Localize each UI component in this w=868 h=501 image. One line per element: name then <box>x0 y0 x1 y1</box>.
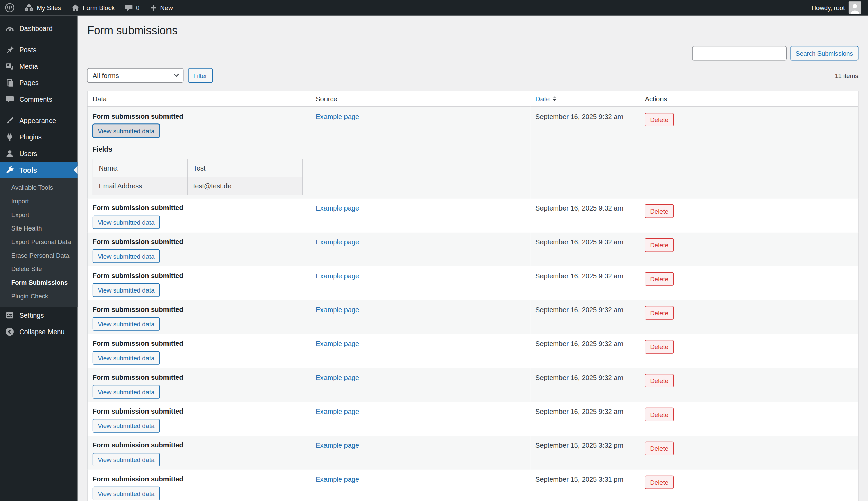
table-row: Form submission submittedView submitted … <box>87 107 858 199</box>
date-cell: September 15, 2025 3:31 pm <box>531 470 640 501</box>
menu-separator <box>0 37 78 42</box>
view-submitted-data-button[interactable]: View submitted data <box>93 284 160 297</box>
tools-submenu-item-delete-site[interactable]: Delete Site <box>0 262 78 276</box>
sidebar-item-media[interactable]: Media <box>0 58 78 75</box>
source-page-link[interactable]: Example page <box>316 476 359 483</box>
actions-cell: Delete <box>640 470 858 501</box>
delete-button[interactable]: Delete <box>645 374 674 387</box>
field-label: Name: <box>93 159 187 177</box>
column-header-date: Date <box>531 91 640 107</box>
source-page-link[interactable]: Example page <box>316 113 359 121</box>
delete-button[interactable]: Delete <box>645 442 674 455</box>
delete-button[interactable]: Delete <box>645 340 674 353</box>
forms-filter-select[interactable]: All forms <box>87 68 183 83</box>
date-cell: September 15, 2025 3:32 pm <box>531 436 640 470</box>
my-sites-menu[interactable]: My Sites <box>19 0 66 15</box>
data-cell: Form submission submittedView submitted … <box>87 266 311 300</box>
source-page-link[interactable]: Example page <box>316 374 359 382</box>
view-submitted-data-button[interactable]: View submitted data <box>93 351 160 365</box>
comments-bubble-icon <box>125 3 133 12</box>
date-sort-link[interactable]: Date <box>536 95 557 103</box>
source-page-link[interactable]: Example page <box>316 306 359 314</box>
comment-count-badge: 0 <box>136 4 139 11</box>
search-submissions-button[interactable]: Search Submissions <box>790 46 858 61</box>
source-page-link[interactable]: Example page <box>316 408 359 416</box>
sidebar-item-pages[interactable]: Pages <box>0 75 78 91</box>
field-value: Test <box>187 159 303 177</box>
delete-button[interactable]: Delete <box>645 476 674 489</box>
sidebar-item-comments[interactable]: Comments <box>0 91 78 108</box>
source-page-link[interactable]: Example page <box>316 272 359 280</box>
tools-submenu-item-import[interactable]: Import <box>0 194 78 208</box>
wordpress-logo-button[interactable] <box>0 0 19 15</box>
view-submitted-data-button[interactable]: View submitted data <box>93 453 160 467</box>
tools-submenu-item-form-submissions[interactable]: Form Submissions <box>0 276 78 289</box>
sidebar-item-users[interactable]: Users <box>0 146 78 162</box>
collapse-arrow-icon <box>5 327 14 337</box>
tools-submenu-item-export-personal-data[interactable]: Export Personal Data <box>0 235 78 249</box>
field-label: Email Address: <box>93 177 187 195</box>
sidebar-item-appearance[interactable]: Appearance <box>0 112 78 129</box>
table-row: Form submission submittedView submitted … <box>87 368 858 402</box>
delete-button[interactable]: Delete <box>645 408 674 421</box>
filter-button[interactable]: Filter <box>188 68 213 83</box>
view-submitted-data-button[interactable]: View submitted data <box>93 487 160 500</box>
sidebar-item-tools[interactable]: Tools <box>0 162 78 178</box>
submission-title: Form submission submitted <box>93 440 306 450</box>
submission-title: Form submission submitted <box>93 237 306 247</box>
source-page-link[interactable]: Example page <box>316 340 359 348</box>
my-account-menu[interactable]: Howdy, root <box>812 1 868 14</box>
filter-bar: All forms Filter 11 items <box>87 68 858 83</box>
users-icon <box>5 149 14 159</box>
my-sites-icon <box>24 3 34 13</box>
delete-button[interactable]: Delete <box>645 306 674 320</box>
menu-separator <box>0 107 78 112</box>
home-icon <box>71 3 80 12</box>
sidebar-item-dashboard[interactable]: Dashboard <box>0 20 78 37</box>
source-page-link[interactable]: Example page <box>316 442 359 449</box>
comments-menu[interactable]: 0 <box>119 0 144 15</box>
view-submitted-data-button[interactable]: View submitted data <box>93 317 160 331</box>
forms-filter-selected: All forms <box>93 72 119 79</box>
view-submitted-data-button[interactable]: View submitted data <box>93 385 160 398</box>
sidebar-item-plugins[interactable]: Plugins <box>0 129 78 146</box>
tools-submenu-item-erase-personal-data[interactable]: Erase Personal Data <box>0 249 78 262</box>
view-submitted-data-button[interactable]: View submitted data <box>93 419 160 433</box>
table-row: Form submission submittedView submitted … <box>87 334 858 368</box>
search-input[interactable] <box>692 46 787 61</box>
source-cell: Example page <box>311 402 531 436</box>
page-title: Form submissions <box>87 23 858 38</box>
submission-title: Form submission submitted <box>93 406 306 416</box>
date-cell: September 16, 2025 9:32 am <box>531 368 640 402</box>
delete-button[interactable]: Delete <box>645 272 674 286</box>
sidebar-item-posts[interactable]: Posts <box>0 42 78 58</box>
view-submitted-data-button[interactable]: View submitted data <box>93 249 160 263</box>
actions-cell: Delete <box>640 300 858 334</box>
plugins-icon <box>5 132 14 142</box>
data-cell: Form submission submittedView submitted … <box>87 199 311 233</box>
new-content-menu[interactable]: New <box>144 0 178 15</box>
source-cell: Example page <box>311 199 531 233</box>
source-page-link[interactable]: Example page <box>316 238 359 246</box>
sidebar-item-settings[interactable]: Settings <box>0 307 78 324</box>
pages-icon <box>5 78 14 88</box>
field-row: Email Address:test@test.de <box>93 177 303 195</box>
view-submitted-data-button[interactable]: View submitted data <box>93 216 160 229</box>
table-header-row: Data Source Date Actions <box>87 91 858 107</box>
actions-cell: Delete <box>640 334 858 368</box>
source-page-link[interactable]: Example page <box>316 204 359 212</box>
collapse-menu-button[interactable]: Collapse Menu <box>0 323 78 340</box>
source-cell: Example page <box>311 470 531 501</box>
tools-submenu-item-available-tools[interactable]: Available Tools <box>0 181 78 194</box>
date-cell: September 16, 2025 9:32 am <box>531 266 640 300</box>
delete-button[interactable]: Delete <box>645 204 674 218</box>
delete-button[interactable]: Delete <box>645 113 674 126</box>
tools-submenu-item-plugin-check[interactable]: Plugin Check <box>0 289 78 303</box>
site-name-menu[interactable]: Form Block <box>66 0 119 15</box>
tools-submenu-item-site-health[interactable]: Site Health <box>0 222 78 235</box>
source-cell: Example page <box>311 368 531 402</box>
tools-submenu-item-export[interactable]: Export <box>0 208 78 222</box>
items-count: 11 items <box>835 72 858 79</box>
delete-button[interactable]: Delete <box>645 238 674 252</box>
view-submitted-data-button[interactable]: View submitted data <box>93 124 160 138</box>
